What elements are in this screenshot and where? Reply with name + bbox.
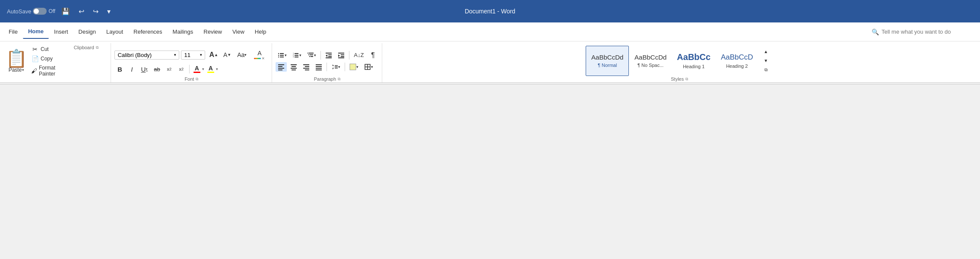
title-bar: AutoSave Off 💾 ↩ ↪ ▾ Document1 - Word xyxy=(0,0,980,22)
cut-label: Cut xyxy=(41,46,49,52)
decrease-indent-button[interactable] xyxy=(323,51,334,60)
styles-scroll-up[interactable]: ▲ xyxy=(760,48,771,55)
style-no-spacing-label: ¶ No Spac... xyxy=(637,63,663,68)
multilevel-button[interactable]: ▾ xyxy=(305,51,318,60)
style-heading2[interactable]: AaBbCcD Heading 2 xyxy=(715,46,758,76)
increase-indent-button[interactable] xyxy=(336,51,347,60)
justify-button[interactable] xyxy=(313,62,324,72)
bullets-button[interactable]: ▾ xyxy=(276,51,289,60)
align-left-button[interactable] xyxy=(276,62,287,72)
grow-font-button[interactable]: A▲ xyxy=(207,50,220,60)
font-color-group: A ▾ xyxy=(192,64,204,74)
underline-button[interactable]: U ▾ xyxy=(139,64,150,74)
borders-arrow[interactable]: ▾ xyxy=(371,65,373,69)
shading-button[interactable]: ▾ xyxy=(347,62,361,72)
menu-item-design[interactable]: Design xyxy=(73,25,101,38)
copy-button[interactable]: 📄 Copy xyxy=(29,54,63,63)
search-input[interactable] xyxy=(882,28,977,35)
style-heading1[interactable]: AaBbCc Heading 1 xyxy=(672,46,715,76)
shrink-font-button[interactable]: A▼ xyxy=(221,50,233,60)
strikethrough-button[interactable]: ab xyxy=(152,65,162,74)
align-center-button[interactable] xyxy=(288,62,299,72)
menu-item-references[interactable]: References xyxy=(128,25,167,38)
menu-item-view[interactable]: View xyxy=(227,25,250,38)
show-formatting-button[interactable]: ¶ xyxy=(367,50,378,60)
font-size-dropdown[interactable]: 11 ▾ xyxy=(181,51,205,60)
sort-button[interactable]: A↓Z xyxy=(352,51,366,60)
cut-icon: ✂ xyxy=(31,46,39,53)
style-heading2-label: Heading 2 xyxy=(726,63,748,69)
highlight-color-group: A ▾ xyxy=(206,64,218,74)
bold-button[interactable]: B xyxy=(114,64,125,74)
style-normal[interactable]: AaBbCcDd ¶ Normal xyxy=(586,46,629,76)
content-area xyxy=(0,85,980,221)
style-normal-label: ¶ Normal xyxy=(598,63,617,68)
svg-rect-1 xyxy=(280,53,284,54)
borders-button[interactable]: ▾ xyxy=(362,62,375,72)
para-sep4 xyxy=(345,63,345,71)
font-group-expander[interactable]: ⧉ xyxy=(196,77,198,82)
svg-rect-25 xyxy=(341,54,344,55)
redo-icon[interactable]: ↪ xyxy=(90,6,101,17)
styles-more-button[interactable]: ⧉ xyxy=(760,66,771,74)
highlight-button[interactable]: A xyxy=(206,64,216,74)
subscript-button[interactable]: x2 xyxy=(164,65,174,73)
menu-item-file[interactable]: File xyxy=(3,25,23,38)
styles-group-expander[interactable]: ⧉ xyxy=(685,77,688,82)
cut-button[interactable]: ✂ Cut xyxy=(29,45,63,54)
bullets-arrow[interactable]: ▾ xyxy=(285,53,287,57)
paste-dropdown-arrow[interactable]: ▾ xyxy=(22,68,24,72)
copy-icon: 📄 xyxy=(31,55,39,62)
highlight-bar xyxy=(207,72,214,73)
align-center-icon xyxy=(290,63,297,70)
font-color-button[interactable]: A xyxy=(192,64,202,74)
superscript-button[interactable]: x2 xyxy=(176,65,187,73)
menu-bar: File Home Insert Design Layout Reference… xyxy=(0,22,980,41)
svg-rect-30 xyxy=(278,68,284,69)
clear-format-letter: A xyxy=(257,50,261,57)
shading-arrow[interactable]: ▾ xyxy=(356,65,358,69)
align-right-button[interactable] xyxy=(301,62,312,72)
italic-button[interactable]: I xyxy=(127,64,137,74)
style-heading1-label: Heading 1 xyxy=(683,64,704,69)
menu-item-insert[interactable]: Insert xyxy=(49,25,73,38)
numbering-arrow[interactable]: ▾ xyxy=(299,53,301,57)
save-icon[interactable]: 💾 xyxy=(59,6,73,17)
change-case-button[interactable]: Aa▾ xyxy=(235,50,249,60)
menu-item-home[interactable]: Home xyxy=(23,25,49,39)
menu-item-mailings[interactable]: Mailings xyxy=(168,25,199,38)
more-commands-icon[interactable]: ▾ xyxy=(105,6,113,17)
svg-rect-7 xyxy=(295,53,298,54)
menu-item-review[interactable]: Review xyxy=(198,25,227,38)
multilevel-arrow[interactable]: ▾ xyxy=(314,53,316,57)
format-painter-button[interactable]: 🖌 Format Painter xyxy=(29,64,63,78)
paragraph-group-expander[interactable]: ⧉ xyxy=(338,77,340,82)
styles-scroll-down[interactable]: ▼ xyxy=(760,57,771,64)
svg-rect-31 xyxy=(278,69,282,70)
style-no-spacing[interactable]: AaBbCcDd ¶ No Spac... xyxy=(629,46,672,76)
numbering-button[interactable]: 1 2 3 ▾ xyxy=(290,51,304,60)
undo-icon[interactable]: ↩ xyxy=(76,6,87,17)
paste-button[interactable]: 📋 Paste ▾ xyxy=(5,45,28,78)
line-spacing-arrow[interactable]: ▾ xyxy=(338,65,340,69)
align-right-icon xyxy=(303,63,310,70)
font-color-arrow[interactable]: ▾ xyxy=(202,67,204,71)
highlight-arrow[interactable]: ▾ xyxy=(216,67,218,71)
clear-format-icon: A ✕ xyxy=(253,49,266,61)
clipboard-group-expander[interactable]: ⧉ xyxy=(96,45,98,50)
line-spacing-button[interactable]: ▾ xyxy=(329,62,343,72)
font-group-content: Calibri (Body) ▾ 11 ▾ A▲ A▼ Aa▾ xyxy=(114,45,268,76)
search-box[interactable]: 🔍 xyxy=(872,28,977,35)
svg-marker-19 xyxy=(326,54,327,57)
autosave-toggle[interactable] xyxy=(33,8,47,15)
search-icon: 🔍 xyxy=(872,28,879,35)
menu-item-help[interactable]: Help xyxy=(250,25,272,38)
ribbon: 📋 Paste ▾ ✂ Cut 📄 Copy 🖌 Format Painter xyxy=(0,41,980,83)
menu-item-layout[interactable]: Layout xyxy=(101,25,128,38)
shading-icon xyxy=(349,63,356,70)
clear-formatting-button[interactable]: A ✕ xyxy=(251,47,268,63)
numbering-icon: 1 2 3 xyxy=(292,52,299,59)
font-name-dropdown[interactable]: Calibri (Body) ▾ xyxy=(114,51,179,60)
style-heading1-preview: AaBbCc xyxy=(677,52,710,62)
svg-rect-4 xyxy=(278,57,279,57)
